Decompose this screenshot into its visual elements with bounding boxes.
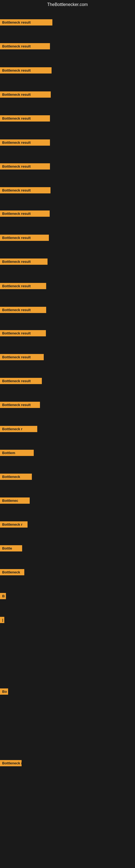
bottleneck-result-item[interactable]: Bottleneck r: [0, 521, 28, 528]
bottleneck-result-item[interactable]: Bottleneck result: [0, 258, 48, 265]
bottleneck-result-item[interactable]: Bottleneck result: [0, 283, 46, 289]
bottleneck-result-item[interactable]: Bottleneck result: [0, 354, 44, 360]
bottleneck-result-item[interactable]: Bottleneck result: [0, 307, 46, 313]
bottleneck-result-item[interactable]: Bottleneck: [0, 474, 32, 480]
bottleneck-result-item[interactable]: Bottleneck: [0, 569, 24, 575]
bottleneck-result-item[interactable]: Bottleneck result: [0, 115, 50, 122]
bottleneck-result-item[interactable]: B: [0, 593, 6, 599]
bottleneck-result-item[interactable]: Bottleneck result: [0, 91, 51, 98]
bottleneck-result-item[interactable]: Bottleneck r: [0, 426, 37, 432]
bottleneck-result-item[interactable]: Bottlem: [0, 450, 34, 456]
bottleneck-result-item[interactable]: Bottleneck result: [0, 140, 50, 146]
bottleneck-result-item[interactable]: Bo: [0, 688, 8, 695]
bottleneck-result-item[interactable]: Bottleneck result: [0, 187, 50, 193]
bottleneck-result-item[interactable]: Bottleneck result: [0, 211, 50, 217]
bottleneck-result-item[interactable]: Bottleneck result: [0, 163, 50, 169]
bottleneck-result-item[interactable]: Bottleneck result: [0, 67, 52, 73]
bottleneck-result-item[interactable]: Bottleneck result: [0, 378, 42, 384]
bottleneck-result-item[interactable]: Bottleneck result: [0, 235, 49, 241]
bottleneck-result-item[interactable]: Bottleneck r: [0, 760, 21, 766]
bottleneck-result-item[interactable]: Bottlenec: [0, 497, 30, 504]
bottleneck-result-item[interactable]: |: [0, 617, 4, 623]
bottleneck-result-item[interactable]: Bottle: [0, 545, 22, 552]
site-title: TheBottlenecker.com: [0, 0, 135, 9]
bottleneck-result-item[interactable]: Bottleneck result: [0, 402, 40, 408]
bottleneck-result-item[interactable]: Bottleneck result: [0, 43, 50, 50]
bottleneck-result-item[interactable]: Bottleneck result: [0, 19, 52, 26]
bottleneck-result-item[interactable]: Bottleneck result: [0, 330, 46, 336]
